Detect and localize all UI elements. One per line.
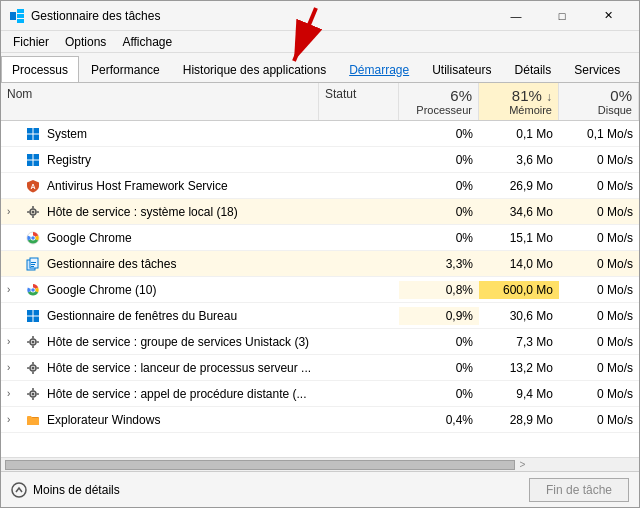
tab-details[interactable]: Détails: [504, 56, 563, 82]
process-disk: 0 Mo/s: [559, 411, 639, 429]
process-cpu: 0%: [399, 177, 479, 195]
window-title: Gestionnaire des tâches: [31, 9, 493, 23]
svg-rect-37: [32, 336, 34, 339]
process-status: [319, 262, 399, 266]
process-disk: 0 Mo/s: [559, 333, 639, 351]
process-cpu: 0%: [399, 125, 479, 143]
process-cpu: 0%: [399, 385, 479, 403]
col-name[interactable]: Nom: [1, 83, 319, 120]
svg-point-42: [32, 366, 35, 369]
svg-rect-0: [10, 12, 16, 20]
maximize-button[interactable]: □: [539, 1, 585, 31]
menu-affichage[interactable]: Affichage: [114, 33, 180, 51]
end-task-button[interactable]: Fin de tâche: [529, 478, 629, 502]
table-row[interactable]: Google Chrome 0% 15,1 Mo 0 Mo/s: [1, 225, 639, 251]
chevron-up-icon: [11, 482, 27, 498]
tab-demarrage[interactable]: Démarrage: [338, 56, 420, 82]
svg-rect-43: [32, 362, 34, 365]
svg-rect-27: [31, 264, 35, 265]
process-status: [319, 314, 399, 318]
process-status: [319, 236, 399, 240]
less-details-button[interactable]: Moins de détails: [11, 482, 120, 498]
gear-icon: [25, 204, 41, 220]
process-disk: 0 Mo/s: [559, 281, 639, 299]
table-row[interactable]: › Hôte de service : lanceur de processus…: [1, 355, 639, 381]
process-disk: 0 Mo/s: [559, 229, 639, 247]
process-list[interactable]: System 0% 0,1 Mo 0,1 Mo/s Registry 0%: [1, 121, 639, 457]
menu-fichier[interactable]: Fichier: [5, 33, 57, 51]
task-manager-window: Gestionnaire des tâches — □ ✕ Fichier Op…: [0, 0, 640, 508]
process-name: Registry: [1, 150, 319, 170]
table-row[interactable]: A Antivirus Host Framework Service 0% 26…: [1, 173, 639, 199]
svg-rect-13: [34, 160, 40, 166]
table-row[interactable]: Gestionnaire des tâches 3,3% 14,0 Mo 0 M…: [1, 251, 639, 277]
process-mem: 600,0 Mo: [479, 281, 559, 299]
svg-rect-45: [27, 367, 30, 369]
svg-point-16: [32, 210, 35, 213]
table-row[interactable]: › Google Chrome (10) 0,8%: [1, 277, 639, 303]
col-cpu[interactable]: 6% Processeur: [399, 83, 479, 120]
menu-options[interactable]: Options: [57, 33, 114, 51]
title-bar: Gestionnaire des tâches — □ ✕: [1, 1, 639, 31]
table-row[interactable]: System 0% 0,1 Mo 0,1 Mo/s: [1, 121, 639, 147]
process-status: [319, 340, 399, 344]
process-disk: 0 Mo/s: [559, 385, 639, 403]
svg-rect-52: [37, 393, 40, 395]
table-row[interactable]: › Hôte de service : groupe de services U…: [1, 329, 639, 355]
process-disk: 0 Mo/s: [559, 307, 639, 325]
table-row[interactable]: › Hôte de service : système local (18): [1, 199, 639, 225]
svg-rect-44: [32, 371, 34, 374]
horizontal-scrollbar[interactable]: >: [1, 457, 639, 471]
svg-rect-19: [27, 211, 30, 213]
tab-utilisateurs[interactable]: Utilisateurs: [421, 56, 502, 82]
process-name: A Antivirus Host Framework Service: [1, 176, 319, 196]
process-status: [319, 158, 399, 162]
svg-rect-49: [32, 388, 34, 391]
svg-rect-1: [17, 9, 24, 13]
process-cpu: 0,8%: [399, 281, 479, 299]
app-icon: [9, 8, 25, 24]
col-disk[interactable]: 0% Disque: [559, 83, 639, 120]
col-statut[interactable]: Statut: [319, 83, 399, 120]
process-cpu: 0%: [399, 359, 479, 377]
windows-icon: [25, 126, 41, 142]
chrome-icon: [25, 230, 41, 246]
table-row[interactable]: › Explorateur Windows 0,4% 28,9 Mo 0 Mo/…: [1, 407, 639, 433]
close-button[interactable]: ✕: [585, 1, 631, 31]
svg-rect-3: [17, 19, 24, 23]
tab-processus[interactable]: Processus: [1, 56, 79, 82]
gear-icon: [25, 386, 41, 402]
process-mem: 26,9 Mo: [479, 177, 559, 195]
tab-historique[interactable]: Historique des applications: [172, 56, 337, 82]
svg-rect-18: [32, 215, 34, 218]
process-cpu: 0,4%: [399, 411, 479, 429]
process-name: › Hôte de service : système local (18): [1, 202, 319, 222]
status-bar: Moins de détails Fin de tâche: [1, 471, 639, 507]
svg-rect-8: [27, 134, 33, 140]
table-row[interactable]: Gestionnaire de fenêtres du Bureau 0,9% …: [1, 303, 639, 329]
svg-point-36: [32, 340, 35, 343]
minimize-button[interactable]: —: [493, 1, 539, 31]
tab-bar: Processus Performance Historique des app…: [1, 53, 639, 83]
col-mem[interactable]: 81% ↓ Mémoire: [479, 83, 559, 120]
scrollbar-thumb[interactable]: [5, 460, 515, 470]
svg-point-48: [32, 392, 35, 395]
process-cpu: 0%: [399, 203, 479, 221]
svg-point-30: [31, 288, 35, 292]
svg-rect-54: [27, 418, 39, 425]
process-mem: 28,9 Mo: [479, 411, 559, 429]
process-mem: 34,6 Mo: [479, 203, 559, 221]
tab-performance[interactable]: Performance: [80, 56, 171, 82]
process-name: Gestionnaire des tâches: [1, 254, 319, 274]
svg-text:A: A: [30, 183, 35, 190]
table-row[interactable]: › Hôte de service : appel de procédure d…: [1, 381, 639, 407]
process-disk: 0 Mo/s: [559, 255, 639, 273]
svg-rect-12: [27, 160, 33, 166]
process-mem: 30,6 Mo: [479, 307, 559, 325]
table-row[interactable]: Registry 0% 3,6 Mo 0 Mo/s: [1, 147, 639, 173]
process-mem: 7,3 Mo: [479, 333, 559, 351]
svg-rect-46: [37, 367, 40, 369]
svg-rect-38: [32, 345, 34, 348]
tab-services[interactable]: Services: [563, 56, 631, 82]
svg-rect-10: [27, 154, 33, 160]
